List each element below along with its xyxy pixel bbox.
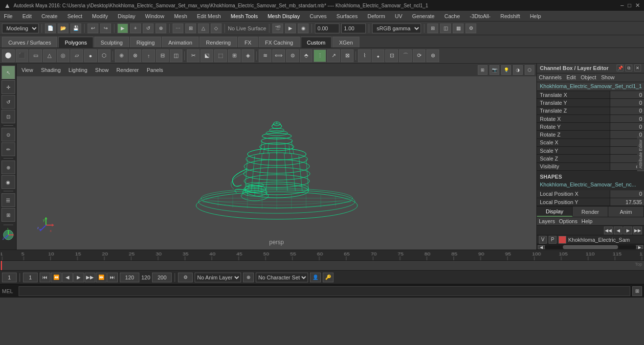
bend-btn[interactable]: ⌒	[399, 49, 412, 62]
ly-menu-layers[interactable]: Layers	[539, 218, 555, 224]
char-set-btn[interactable]: 👤	[310, 273, 321, 282]
fill-btn[interactable]: ◫	[170, 49, 182, 62]
timeline-ruler[interactable]	[0, 250, 644, 261]
ch-val-ry[interactable]: 0	[610, 123, 644, 130]
cube-icon-btn[interactable]: ⬛	[16, 49, 28, 62]
select-tool-btn[interactable]: ↖	[1, 66, 15, 79]
layout2-btn[interactable]: ▦	[453, 23, 464, 33]
pb-go-end-btn[interactable]: ⏭	[107, 273, 118, 282]
lattice-btn[interactable]: ⊡	[385, 49, 398, 62]
menu-item-edit-mesh[interactable]: Edit Mesh	[195, 13, 223, 19]
pb-next-key-btn[interactable]: ⏩	[96, 273, 107, 282]
mirror-btn[interactable]: ⟺	[272, 49, 285, 62]
torus-icon-btn[interactable]: ◎	[57, 49, 69, 62]
char-set-key-btn[interactable]: 🔑	[323, 273, 333, 282]
snap-btn[interactable]: ⊕	[1, 161, 15, 174]
crease-btn[interactable]: ⌇	[358, 49, 371, 62]
render2-btn[interactable]: ▶	[285, 23, 296, 33]
menu-item-surfaces[interactable]: Surfaces	[334, 13, 359, 19]
ly-menu-options[interactable]: Options	[559, 218, 577, 224]
paint-btn[interactable]: ✏	[1, 142, 15, 156]
snap2-btn[interactable]: ⊞	[185, 23, 196, 33]
layer-prev-prev-btn[interactable]: ◀◀	[604, 227, 613, 234]
ch-val-rx[interactable]: 0	[610, 115, 644, 122]
tab-animation[interactable]: Animation	[162, 37, 199, 47]
ring-btn[interactable]: ⬚	[214, 49, 227, 62]
twist-btn[interactable]: ⟳	[413, 49, 425, 62]
normals-btn[interactable]: ↗	[327, 49, 340, 62]
layer-next-next-btn[interactable]: ▶▶	[633, 227, 642, 234]
value1-input[interactable]: 0.00	[315, 23, 339, 33]
layer-prev-btn[interactable]: ◀	[614, 227, 622, 234]
menu2-btn[interactable]: ⊞	[1, 208, 15, 222]
value2-input[interactable]: 1.00	[341, 23, 366, 33]
separate-btn[interactable]: ⊗	[129, 49, 141, 62]
menu-item-edit[interactable]: Edit	[21, 13, 34, 19]
max-range-input[interactable]	[152, 273, 172, 282]
layout-btn[interactable]: ◫	[440, 23, 451, 33]
pb-prev-key-btn[interactable]: ⏪	[51, 273, 62, 282]
combine-btn[interactable]: ⊕	[115, 49, 128, 62]
cb-pin-btn[interactable]: 📌	[617, 65, 623, 71]
weld-btn[interactable]: ⊜	[286, 49, 299, 62]
ly-menu-help[interactable]: Help	[581, 218, 593, 224]
lasso-btn[interactable]: ⊙	[1, 128, 15, 141]
extrude-btn[interactable]: ↑	[142, 49, 155, 62]
cb-float-btn[interactable]: ⧉	[625, 65, 632, 71]
layer-next-btn[interactable]: ▶	[623, 227, 632, 234]
snap1-btn[interactable]: ⋯	[173, 23, 183, 33]
smooth-btn[interactable]: ≋	[259, 49, 271, 62]
plane-icon-btn[interactable]: ▱	[70, 49, 83, 62]
bool-btn[interactable]: ⬘	[300, 49, 312, 62]
menu-item-help[interactable]: Help	[528, 13, 543, 19]
menu-item-file[interactable]: File	[2, 13, 15, 19]
tab-rendering[interactable]: Rendering	[200, 37, 237, 47]
close-button[interactable]: ✕	[635, 2, 640, 9]
dra-tab-anim[interactable]: Anim	[608, 207, 644, 217]
cb-menu-edit[interactable]: Edit	[566, 74, 576, 80]
range-start-input[interactable]	[23, 273, 38, 282]
save-btn[interactable]: 💾	[70, 23, 81, 33]
menu-item-redshift[interactable]: Redshift	[498, 13, 522, 19]
scroll-left-btn[interactable]: ◀	[538, 245, 545, 249]
menu-item-create[interactable]: Create	[40, 13, 60, 19]
pipe-icon-btn[interactable]: ⬡	[98, 49, 111, 62]
cb-close-btn[interactable]: ✕	[634, 65, 641, 71]
scrollbar-horizontal[interactable]: ◀ ▶	[537, 244, 644, 250]
cmd-submit-btn[interactable]: ⊞	[632, 286, 642, 296]
minimize-button[interactable]: –	[621, 2, 624, 9]
grid-btn[interactable]: ⊞	[427, 23, 438, 33]
move-tool-btn[interactable]: ✛	[1, 80, 15, 94]
pb-play-fwd-btn[interactable]: ▶▶	[85, 273, 95, 282]
current-frame-input[interactable]	[2, 273, 17, 282]
menu-item-mesh[interactable]: Mesh	[172, 13, 189, 19]
pb-play-btn[interactable]: ▶	[73, 273, 84, 282]
anim-layer-select[interactable]: No Anim Layer	[195, 273, 241, 282]
tab-polygons[interactable]: Polygons	[58, 37, 93, 47]
deform-btn[interactable]: ⬥	[372, 49, 384, 62]
menu-item-3dtall[interactable]: -3DtoAll-	[468, 13, 493, 19]
menu-item-deform[interactable]: Deform	[365, 13, 387, 19]
snap3-btn[interactable]: △	[198, 23, 209, 33]
tab-curves-surfaces[interactable]: Curves / Surfaces	[2, 37, 57, 47]
scroll-track[interactable]	[545, 245, 636, 249]
redo-btn[interactable]: ↪	[100, 23, 111, 33]
cone-icon-btn[interactable]: △	[43, 49, 56, 62]
lp-val-y[interactable]: 17.535	[610, 198, 644, 206]
cb-menu-channels[interactable]: Channels	[539, 74, 561, 80]
settings-btn[interactable]: ⚙	[466, 23, 476, 33]
menu-item-window[interactable]: Window	[143, 13, 166, 19]
menu-item-modify[interactable]: Modify	[90, 13, 110, 19]
menu-item-uv[interactable]: UV	[393, 13, 404, 19]
select-btn[interactable]: ▶	[117, 23, 128, 33]
tab-xgen[interactable]: XGen	[333, 37, 359, 47]
attribute-editor-tab[interactable]: Attribute Editor	[637, 137, 644, 171]
cut-btn[interactable]: ✂	[187, 49, 200, 62]
char-set-select[interactable]: No Character Set	[256, 273, 308, 282]
bevel-btn[interactable]: ◈	[242, 49, 254, 62]
range-end-input[interactable]	[120, 273, 139, 282]
new-btn[interactable]: 📄	[45, 23, 56, 33]
menu-item-generate[interactable]: Generate	[410, 13, 437, 19]
wireframe-btn[interactable]: ⋮	[313, 49, 326, 62]
timeline-bar[interactable]: Top	[0, 261, 644, 270]
